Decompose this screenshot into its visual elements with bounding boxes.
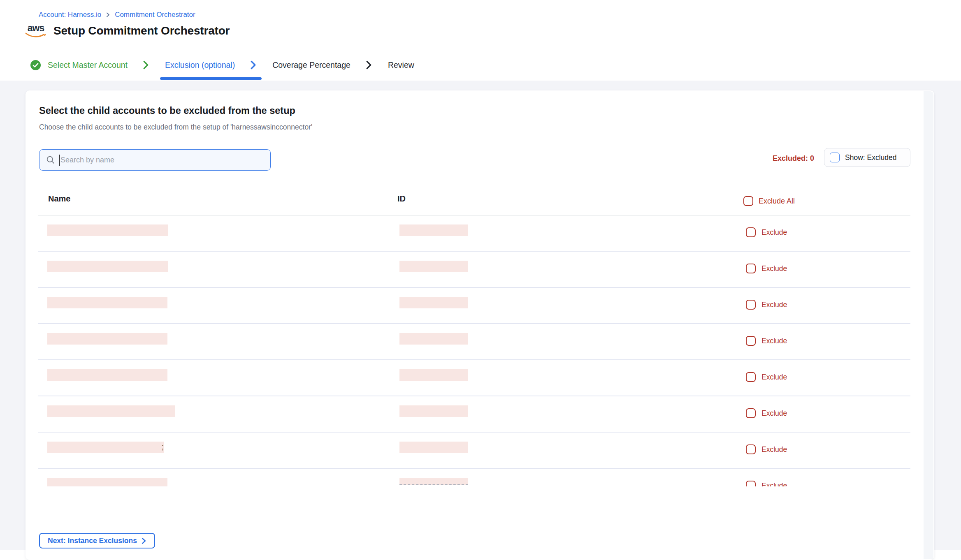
- step-exclusion-optional[interactable]: Exclusion (optional): [165, 50, 257, 80]
- redacted-name-suffix: ;: [162, 443, 164, 451]
- redacted-account-id: [399, 405, 468, 417]
- aws-logo-icon: aws: [25, 24, 47, 38]
- step-chevron-icon: [142, 60, 149, 69]
- exclude-checkbox[interactable]: [746, 264, 756, 273]
- exclude-label: Exclude: [761, 228, 787, 237]
- redacted-account-id: [399, 261, 468, 272]
- page-title: Setup Commitment Orchestrator: [53, 24, 230, 37]
- search-icon: [46, 155, 55, 164]
- redacted-account-name: [47, 478, 167, 486]
- breadcrumb-account-link[interactable]: Account: Harness.io: [39, 11, 101, 19]
- redacted-account-name: [47, 442, 164, 453]
- exclude-all-checkbox[interactable]: [743, 196, 753, 206]
- exclude-checkbox[interactable]: [746, 481, 756, 486]
- step-select-master-account[interactable]: Select Master Account: [30, 50, 149, 80]
- redacted-account-name: [47, 261, 168, 272]
- exclude-label: Exclude: [761, 409, 787, 418]
- exclude-label: Exclude: [761, 301, 787, 309]
- next-instance-exclusions-button[interactable]: Next: Instance Exclusions: [39, 533, 155, 548]
- table-row: Exclude: [38, 252, 910, 288]
- wizard-stepper: Select Master Account Exclusion (optiona…: [0, 50, 961, 80]
- excluded-count-badge: Excluded: 0: [773, 154, 814, 163]
- redacted-account-id: [399, 369, 468, 381]
- table-row: Exclude: [38, 469, 910, 486]
- redacted-account-name: [47, 224, 168, 236]
- exclude-checkbox[interactable]: [746, 372, 756, 382]
- scrollbar-gutter[interactable]: [924, 91, 933, 559]
- exclude-checkbox[interactable]: [746, 300, 756, 310]
- exclude-all-label: Exclude All: [759, 197, 795, 206]
- exclude-label: Exclude: [761, 445, 787, 454]
- table-row: Exclude: [38, 324, 910, 360]
- step-label: Select Master Account: [48, 60, 128, 70]
- step-coverage-percentage[interactable]: Coverage Percentage: [272, 50, 372, 80]
- redacted-account-id: [399, 333, 468, 345]
- redacted-account-name: [47, 405, 175, 417]
- redacted-account-name: [47, 297, 167, 308]
- show-excluded-checkbox[interactable]: [830, 153, 840, 162]
- step-complete-check-icon: [30, 60, 41, 71]
- redacted-account-name: [47, 369, 167, 381]
- exclude-all-control: Exclude All: [743, 196, 795, 206]
- exclude-label: Exclude: [761, 481, 787, 486]
- search-box: [39, 149, 271, 171]
- exclude-checkbox[interactable]: [746, 227, 756, 237]
- table-row: Exclude: [38, 396, 910, 433]
- step-chevron-icon: [365, 60, 372, 69]
- accounts-table-body: Exclude Exclude Exclude Exclude: [38, 215, 910, 486]
- step-label: Exclusion (optional): [165, 60, 235, 70]
- panel-subheading: Choose the child accounts to be excluded…: [39, 123, 312, 132]
- aws-smile-icon: [25, 32, 46, 38]
- exclude-label: Exclude: [761, 373, 787, 382]
- table-row: Exclude: [38, 360, 910, 396]
- next-chevron-icon: [141, 537, 146, 544]
- step-label: Review: [388, 60, 414, 70]
- exclude-checkbox[interactable]: [746, 336, 756, 346]
- column-header-name: Name: [48, 194, 70, 204]
- exclude-checkbox[interactable]: [746, 408, 756, 418]
- step-label: Coverage Percentage: [272, 60, 351, 70]
- table-row: ; Exclude: [38, 433, 910, 469]
- page-header: aws Setup Commitment Orchestrator: [25, 24, 230, 38]
- table-row: Exclude: [38, 215, 910, 252]
- show-excluded-toggle[interactable]: Show: Excluded: [824, 148, 910, 167]
- exclude-label: Exclude: [761, 264, 787, 273]
- redacted-account-id: [399, 478, 468, 485]
- panel-heading: Select the child accounts to be excluded…: [39, 105, 295, 116]
- text-cursor: [59, 155, 60, 166]
- search-input[interactable]: [60, 150, 270, 170]
- breadcrumb-page-link[interactable]: Commitment Orchestrator: [115, 11, 195, 19]
- exclude-checkbox[interactable]: [746, 444, 756, 454]
- commitment-orchestrator-page: Account: Harness.io Commitment Orchestra…: [0, 0, 961, 560]
- next-button-label: Next: Instance Exclusions: [48, 537, 137, 545]
- step-chevron-icon: [250, 60, 257, 69]
- step-review[interactable]: Review: [388, 50, 414, 80]
- breadcrumb-chevron-icon: [106, 12, 110, 18]
- aws-logo-text: aws: [28, 24, 44, 32]
- redacted-account-id: [399, 442, 468, 453]
- redacted-account-id: [399, 224, 468, 236]
- redacted-account-name: [47, 333, 167, 345]
- exclude-label: Exclude: [761, 337, 787, 345]
- show-excluded-label: Show: Excluded: [845, 153, 897, 162]
- column-header-id: ID: [397, 194, 406, 204]
- redacted-account-id: [399, 297, 468, 308]
- breadcrumb: Account: Harness.io Commitment Orchestra…: [39, 11, 195, 19]
- table-row: Exclude: [38, 288, 910, 324]
